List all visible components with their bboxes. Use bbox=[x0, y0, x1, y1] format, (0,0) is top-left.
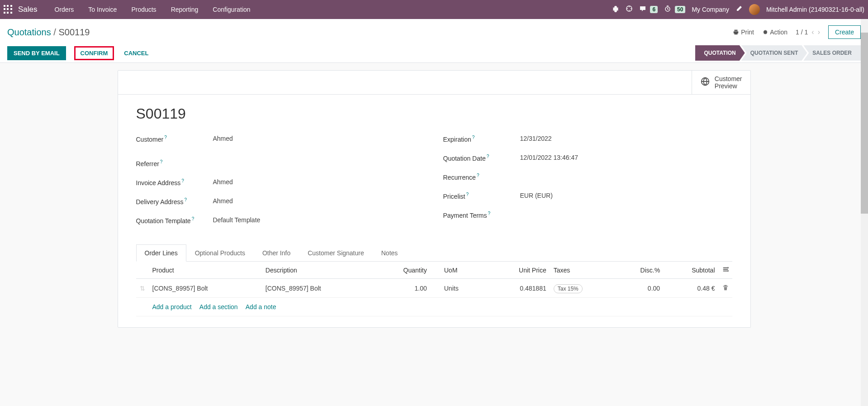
cell-description[interactable]: [CONS_89957] Bolt bbox=[262, 279, 375, 298]
tabs: Order Lines Optional Products Other Info… bbox=[136, 244, 732, 262]
table-row[interactable]: ⇅ [CONS_89957] Bolt [CONS_89957] Bolt 1.… bbox=[136, 279, 732, 298]
nav-reporting[interactable]: Reporting bbox=[165, 6, 205, 13]
pager-prev-icon[interactable]: ‹ bbox=[811, 28, 814, 36]
company-name[interactable]: My Company bbox=[692, 6, 729, 13]
label-payment-terms: Payment Terms? bbox=[443, 211, 520, 219]
support-icon[interactable] bbox=[626, 5, 633, 14]
label-quotation-date: Quotation Date? bbox=[443, 154, 520, 162]
status-sales-order[interactable]: SALES ORDER bbox=[803, 45, 861, 61]
cell-product[interactable]: [CONS_89957] Bolt bbox=[149, 279, 262, 298]
print-button[interactable]: Print bbox=[733, 29, 754, 36]
col-taxes: Taxes bbox=[550, 262, 615, 279]
value-pricelist[interactable]: EUR (EUR) bbox=[520, 192, 553, 199]
label-referrer: Referrer? bbox=[136, 159, 213, 167]
tab-optional-products[interactable]: Optional Products bbox=[186, 244, 254, 261]
status-quotation-sent[interactable]: QUOTATION SENT bbox=[741, 45, 807, 61]
label-quotation-template: Quotation Template? bbox=[136, 216, 213, 224]
breadcrumb-current: S00119 bbox=[58, 27, 90, 37]
tab-notes[interactable]: Notes bbox=[373, 244, 407, 261]
pager-next-icon[interactable]: › bbox=[818, 28, 820, 36]
value-quotation-date[interactable]: 12/01/2022 13:46:47 bbox=[520, 154, 578, 161]
avatar[interactable] bbox=[749, 4, 760, 15]
columns-settings-icon[interactable] bbox=[722, 267, 729, 274]
send-by-email-button[interactable]: SEND BY EMAIL bbox=[7, 46, 66, 60]
control-panel: Quotations / S00119 Print Action 1 / 1 ‹… bbox=[0, 19, 868, 63]
col-subtotal: Subtotal bbox=[664, 262, 718, 279]
label-pricelist: Pricelist? bbox=[443, 192, 520, 200]
breadcrumb: Quotations / S00119 bbox=[7, 27, 90, 38]
label-recurrence: Recurrence? bbox=[443, 173, 520, 181]
messages-icon[interactable] bbox=[639, 5, 646, 14]
cell-disc[interactable]: 0.00 bbox=[615, 279, 664, 298]
add-product-link[interactable]: Add a product bbox=[152, 303, 192, 310]
nav-to-invoice[interactable]: To Invoice bbox=[82, 6, 123, 13]
nav-configuration[interactable]: Configuration bbox=[206, 6, 256, 13]
status-quotation[interactable]: QUOTATION bbox=[695, 45, 745, 61]
create-button[interactable]: Create bbox=[828, 25, 861, 39]
col-unit-price: Unit Price bbox=[488, 262, 550, 279]
add-note-link[interactable]: Add a note bbox=[246, 303, 276, 310]
confirm-button[interactable]: CONFIRM bbox=[74, 46, 114, 60]
main-content: Customer Preview S00119 Customer? Ahmed … bbox=[0, 63, 868, 405]
drag-handle-icon[interactable]: ⇅ bbox=[140, 285, 145, 292]
cell-subtotal: 0.48 € bbox=[664, 279, 718, 298]
customer-preview-label: Customer Preview bbox=[715, 75, 742, 90]
col-disc: Disc.% bbox=[615, 262, 664, 279]
username[interactable]: Mitchell Admin (21490321-16-0-all) bbox=[766, 6, 864, 13]
col-product: Product bbox=[149, 262, 262, 279]
label-customer: Customer? bbox=[136, 135, 213, 143]
cancel-button[interactable]: CANCEL bbox=[122, 46, 150, 60]
timer-icon[interactable] bbox=[664, 5, 671, 14]
delete-row-icon[interactable] bbox=[722, 285, 729, 292]
label-expiration: Expiration? bbox=[443, 135, 520, 143]
form-sheet: Customer Preview S00119 Customer? Ahmed … bbox=[118, 70, 751, 328]
tab-customer-signature[interactable]: Customer Signature bbox=[299, 244, 373, 261]
nav-orders[interactable]: Orders bbox=[48, 6, 81, 13]
bug-icon[interactable] bbox=[612, 5, 619, 14]
pager-text: 1 / 1 bbox=[796, 29, 808, 36]
globe-icon bbox=[700, 76, 710, 89]
top-navbar: Sales Orders To Invoice Products Reporti… bbox=[0, 0, 868, 19]
add-section-link[interactable]: Add a section bbox=[199, 303, 238, 310]
value-quotation-template[interactable]: Default Template bbox=[213, 216, 261, 224]
value-delivery-address[interactable]: Ahmed bbox=[213, 197, 233, 205]
cell-tax[interactable]: Tax 15% bbox=[554, 284, 583, 293]
apps-icon[interactable] bbox=[4, 5, 13, 14]
cell-uom[interactable]: Units bbox=[431, 279, 488, 298]
messages-badge: 6 bbox=[650, 6, 658, 13]
order-lines-table: Product Description Quantity UoM Unit Pr… bbox=[136, 262, 732, 316]
tab-order-lines[interactable]: Order Lines bbox=[136, 244, 186, 262]
col-quantity: Quantity bbox=[375, 262, 431, 279]
label-delivery-address: Delivery Address? bbox=[136, 197, 213, 205]
breadcrumb-parent[interactable]: Quotations bbox=[7, 27, 51, 37]
value-expiration[interactable]: 12/31/2022 bbox=[520, 135, 552, 142]
cell-quantity[interactable]: 1.00 bbox=[375, 279, 431, 298]
tab-other-info[interactable]: Other Info bbox=[254, 244, 299, 261]
cell-unit-price[interactable]: 0.481881 bbox=[488, 279, 550, 298]
tools-icon[interactable] bbox=[735, 5, 743, 14]
scrollbar[interactable] bbox=[861, 19, 868, 406]
nav-products[interactable]: Products bbox=[125, 6, 162, 13]
label-invoice-address: Invoice Address? bbox=[136, 178, 213, 186]
customer-preview-button[interactable]: Customer Preview bbox=[692, 71, 750, 94]
action-button[interactable]: Action bbox=[762, 29, 787, 36]
timer-badge: 50 bbox=[675, 6, 685, 13]
col-uom: UoM bbox=[431, 262, 488, 279]
brand[interactable]: Sales bbox=[18, 5, 38, 14]
record-title: S00119 bbox=[136, 105, 732, 122]
value-invoice-address[interactable]: Ahmed bbox=[213, 178, 233, 186]
statusbar: QUOTATION QUOTATION SENT SALES ORDER bbox=[695, 45, 861, 61]
col-description: Description bbox=[262, 262, 375, 279]
value-customer[interactable]: Ahmed bbox=[213, 135, 233, 142]
